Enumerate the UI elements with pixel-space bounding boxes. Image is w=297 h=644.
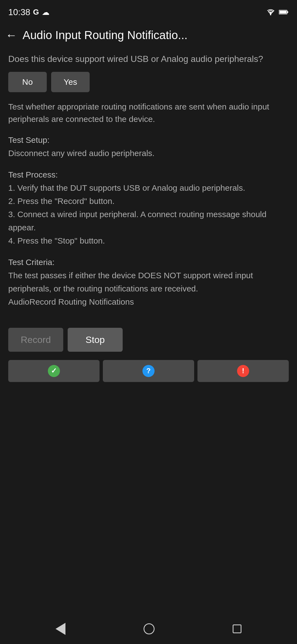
- test-criteria-section: Test Criteria: The test passes if either…: [8, 256, 289, 309]
- fail-icon: !: [237, 365, 249, 377]
- nav-home-button[interactable]: [144, 623, 155, 634]
- question-text: Does this device support wired USB or An…: [8, 53, 289, 65]
- nav-bar: [0, 614, 297, 644]
- header: ← Audio Input Routing Notificatio...: [0, 22, 297, 47]
- test-criteria-label: AudioRecord Routing Notifications: [8, 297, 134, 306]
- cloud-icon: ☁: [42, 8, 50, 17]
- pass-icon: ✓: [48, 365, 60, 377]
- test-step-2: 2. Press the "Record" button.: [8, 197, 115, 206]
- svg-rect-2: [279, 11, 287, 13]
- test-setup-body: Disconnect any wired audio peripherals.: [8, 149, 155, 158]
- nav-back-button[interactable]: [56, 623, 65, 635]
- info-button[interactable]: ?: [103, 360, 194, 382]
- test-process-title: Test Process:: [8, 170, 58, 179]
- svg-point-0: [270, 14, 271, 15]
- test-process-section: Test Process: 1. Verify that the DUT sup…: [8, 168, 289, 247]
- result-buttons: ✓ ? !: [0, 357, 297, 390]
- test-step-1: 1. Verify that the DUT supports USB or A…: [8, 183, 245, 192]
- info-icon: ?: [142, 365, 155, 377]
- page-title: Audio Input Routing Notificatio...: [23, 29, 292, 42]
- status-bar: 10:38 G ☁: [0, 0, 297, 22]
- record-button[interactable]: Record: [8, 328, 63, 352]
- status-right: [266, 9, 289, 16]
- yes-button[interactable]: Yes: [51, 72, 90, 92]
- description-text: Test whether appropriate routing notific…: [8, 100, 289, 125]
- back-button[interactable]: ←: [6, 29, 17, 41]
- svg-rect-3: [287, 11, 288, 13]
- test-criteria-title: Test Criteria:: [8, 258, 54, 267]
- test-setup-title: Test Setup:: [8, 135, 50, 144]
- nav-recent-button[interactable]: [233, 624, 241, 633]
- action-buttons: Record Stop: [0, 322, 297, 357]
- main-content: Does this device support wired USB or An…: [0, 47, 297, 322]
- test-step-3: 3. Connect a wired input peripheral. A c…: [8, 210, 266, 232]
- test-setup-section: Test Setup: Disconnect any wired audio p…: [8, 133, 289, 160]
- google-icon: G: [33, 8, 39, 17]
- status-left: 10:38 G ☁: [8, 7, 50, 17]
- pass-button[interactable]: ✓: [8, 360, 100, 382]
- wifi-icon: [266, 9, 276, 16]
- choice-button-row: No Yes: [8, 72, 289, 92]
- stop-button[interactable]: Stop: [68, 328, 123, 352]
- test-criteria-body: The test passes if either the device DOE…: [8, 271, 253, 293]
- no-button[interactable]: No: [8, 72, 47, 92]
- fail-button[interactable]: !: [197, 360, 289, 382]
- battery-icon: [279, 9, 289, 15]
- test-step-4: 4. Press the "Stop" button.: [8, 236, 105, 245]
- time-display: 10:38: [8, 7, 30, 17]
